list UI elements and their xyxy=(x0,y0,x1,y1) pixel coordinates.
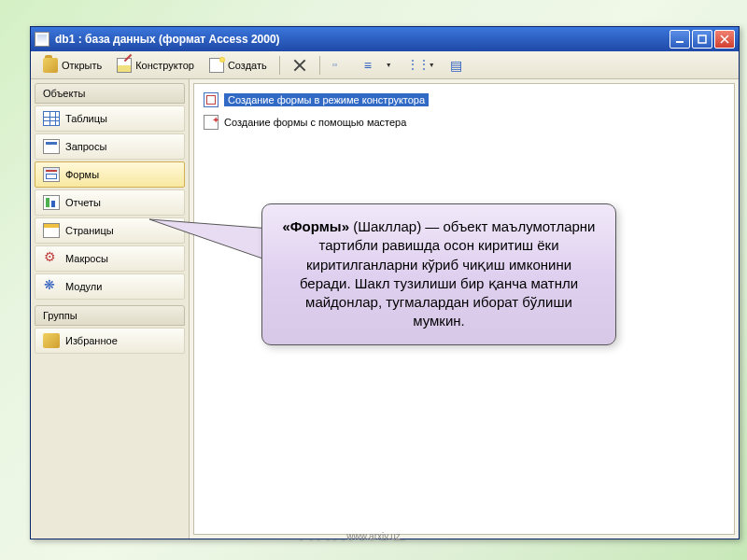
delete-icon xyxy=(292,58,307,73)
wizard-icon xyxy=(204,115,218,130)
design-label: Конструктор xyxy=(135,60,194,71)
view-details-button[interactable] xyxy=(444,54,473,77)
delete-button[interactable] xyxy=(286,54,314,77)
new-icon xyxy=(209,58,224,73)
module-icon xyxy=(43,279,60,294)
sidebar-item-forms[interactable]: Формы xyxy=(35,161,185,188)
sidebar-item-tables[interactable]: Таблицы xyxy=(35,105,185,132)
toolbar: Открыть Конструктор Создать ▼ ▼ xyxy=(31,51,739,79)
minimize-button[interactable] xyxy=(669,30,690,49)
open-button[interactable]: Открыть xyxy=(36,54,108,77)
design-button[interactable]: Конструктор xyxy=(110,54,201,77)
table-icon xyxy=(43,111,60,126)
explanation-callout: «Формы» (Шакллар) — объект маълумотларни… xyxy=(261,203,616,345)
close-button[interactable] xyxy=(714,30,735,49)
folder-icon xyxy=(43,333,60,348)
chevron-down-icon: ▼ xyxy=(429,62,435,68)
sidebar-item-label: Страницы xyxy=(65,225,114,236)
view-small-icons-button[interactable]: ▼ xyxy=(358,54,399,77)
app-icon xyxy=(35,32,49,47)
details-icon xyxy=(450,58,467,73)
list-item-label: Создание формы с помощью мастера xyxy=(224,117,406,128)
list-item-create-form-wizard[interactable]: Создание формы с помощью мастера xyxy=(200,112,728,133)
page-icon xyxy=(43,223,60,238)
maximize-button[interactable] xyxy=(692,30,712,49)
list-item-label: Создание формы в режиме конструктора xyxy=(224,93,429,106)
sidebar-item-label: Таблицы xyxy=(65,113,107,124)
large-icons-icon xyxy=(332,58,349,73)
query-icon xyxy=(43,139,60,154)
macro-icon xyxy=(43,251,60,266)
separator xyxy=(279,56,280,75)
sidebar-item-label: Модули xyxy=(65,281,102,292)
small-icons-icon xyxy=(364,58,381,73)
sidebar-item-favorites[interactable]: Избранное xyxy=(35,328,185,354)
sidebar: Объекты Таблицы Запросы Формы Отчеты Стр… xyxy=(31,79,190,539)
sidebar-item-label: Запросы xyxy=(65,141,106,152)
view-list-button[interactable]: ▼ xyxy=(401,54,442,77)
chevron-down-icon: ▼ xyxy=(386,62,392,68)
design-icon xyxy=(117,58,132,73)
separator xyxy=(319,56,320,75)
view-large-icons-button[interactable] xyxy=(326,54,356,77)
new-button[interactable]: Создать xyxy=(203,54,274,77)
sidebar-item-queries[interactable]: Запросы xyxy=(35,133,185,160)
sidebar-item-label: Макросы xyxy=(65,253,108,264)
sidebar-item-label: Формы xyxy=(65,169,99,180)
new-label: Создать xyxy=(228,60,267,71)
window-title: db1 : база данных (формат Access 2000) xyxy=(55,33,280,46)
groups-header[interactable]: Группы xyxy=(35,305,185,326)
report-icon xyxy=(43,195,60,210)
sidebar-item-reports[interactable]: Отчеты xyxy=(35,189,185,216)
list-item-create-form-constructor[interactable]: Создание формы в режиме конструктора xyxy=(200,90,728,110)
svg-marker-2 xyxy=(149,219,271,261)
open-icon xyxy=(43,58,58,73)
form-icon xyxy=(43,167,60,182)
svg-rect-0 xyxy=(676,41,684,43)
footer-url: www.arxiv.uz xyxy=(346,531,401,541)
objects-header[interactable]: Объекты xyxy=(35,83,185,104)
open-label: Открыть xyxy=(62,60,102,71)
sidebar-item-label: Избранное xyxy=(65,335,118,346)
callout-text: «Формы» (Шакллар) — объект маълумотларни… xyxy=(282,218,595,329)
svg-rect-1 xyxy=(698,35,706,43)
list-icon xyxy=(407,58,424,73)
sidebar-item-label: Отчеты xyxy=(65,197,101,208)
titlebar: db1 : база данных (формат Access 2000) xyxy=(31,27,739,51)
constructor-icon xyxy=(204,92,218,107)
